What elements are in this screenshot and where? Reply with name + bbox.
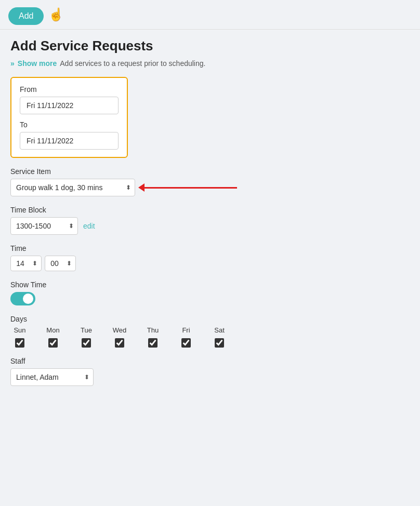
day-checkbox-sat[interactable] <box>215 338 224 348</box>
time-block-section: Time Block 1300-1500 0800-1000 1000-1200… <box>10 206 410 235</box>
from-date-input[interactable] <box>20 97 119 114</box>
red-arrow-line <box>143 187 237 189</box>
from-label: From <box>20 85 119 94</box>
service-item-select[interactable]: Group walk 1 dog, 30 mins Group walk 2 d… <box>10 179 135 196</box>
day-cell-sun <box>10 338 29 348</box>
toggle-slider <box>10 292 35 305</box>
staff-select-wrapper: Linnet, Adam Smith, John Doe, Jane <box>10 368 94 386</box>
days-section: Days Sun Mon Tue Wed Thu Fri Sat <box>10 315 410 348</box>
time-block-edit-link[interactable]: edit <box>83 222 95 230</box>
show-more-link[interactable]: Show more <box>18 59 57 68</box>
add-button[interactable]: Add <box>8 7 44 25</box>
time-section: Time 14 00010203 04050607 08091011 12131… <box>10 244 410 271</box>
day-cell-thu <box>143 338 162 348</box>
day-cell-tue <box>77 338 96 348</box>
service-item-label: Service Item <box>10 167 410 176</box>
time-block-select-wrapper: 1300-1500 0800-1000 1000-1200 1500-1700 <box>10 217 78 235</box>
day-checkbox-thu[interactable] <box>148 338 158 348</box>
time-block-row: 1300-1500 0800-1000 1000-1200 1500-1700 … <box>10 217 410 235</box>
time-label: Time <box>10 244 410 252</box>
day-label-fri: Fri <box>177 326 195 334</box>
time-block-select[interactable]: 1300-1500 0800-1000 1000-1200 1500-1700 <box>10 217 78 235</box>
staff-label: Staff <box>10 357 410 365</box>
day-cell-sat <box>210 338 229 348</box>
cursor-icon: ☝ <box>48 7 64 22</box>
time-row: 14 00010203 04050607 08091011 12131516 1… <box>10 256 410 271</box>
staff-select[interactable]: Linnet, Adam Smith, John Doe, Jane <box>10 368 94 386</box>
day-cell-wed <box>110 338 129 348</box>
minute-select[interactable]: 00 15 30 45 <box>45 256 76 271</box>
show-time-label: Show Time <box>10 281 410 289</box>
service-item-section: Service Item Group walk 1 dog, 30 mins G… <box>10 167 410 196</box>
service-item-select-wrapper: Group walk 1 dog, 30 mins Group walk 2 d… <box>10 179 135 196</box>
top-bar: Add ☝ <box>0 0 420 30</box>
day-cell-mon <box>44 338 62 348</box>
days-label: Days <box>10 315 410 323</box>
page-content: Add Service Requests » Show more Add ser… <box>0 30 420 404</box>
day-label-sun: Sun <box>10 326 29 334</box>
days-check-row <box>10 338 410 348</box>
day-checkbox-tue[interactable] <box>82 338 91 348</box>
time-block-label: Time Block <box>10 206 410 214</box>
day-label-sat: Sat <box>210 326 229 334</box>
hour-select[interactable]: 14 00010203 04050607 08091011 12131516 1… <box>10 256 42 271</box>
info-row: » Show more Add services to a request pr… <box>10 59 410 68</box>
day-label-tue: Tue <box>77 326 96 334</box>
minute-select-wrapper: 00 15 30 45 <box>45 256 76 271</box>
chevrons-icon: » <box>10 59 15 68</box>
service-item-row: Group walk 1 dog, 30 mins Group walk 2 d… <box>10 179 410 196</box>
show-time-toggle[interactable] <box>10 292 35 305</box>
day-cell-fri <box>177 338 195 348</box>
day-checkbox-mon[interactable] <box>48 338 58 348</box>
day-checkbox-wed[interactable] <box>115 338 124 348</box>
day-label-wed: Wed <box>110 326 129 334</box>
day-checkbox-fri[interactable] <box>181 338 191 348</box>
day-label-mon: Mon <box>44 326 62 334</box>
staff-section: Staff Linnet, Adam Smith, John Doe, Jane <box>10 357 410 386</box>
red-arrow-indicator <box>143 187 237 189</box>
to-date-input[interactable] <box>20 132 119 150</box>
day-checkbox-sun[interactable] <box>15 338 24 348</box>
day-label-thu: Thu <box>143 326 162 334</box>
info-text: Add services to a request prior to sched… <box>60 59 205 68</box>
date-group: From To <box>10 77 128 158</box>
show-time-section: Show Time <box>10 281 410 305</box>
page-title: Add Service Requests <box>10 38 410 54</box>
hour-select-wrapper: 14 00010203 04050607 08091011 12131516 1… <box>10 256 42 271</box>
to-label: To <box>20 121 119 129</box>
days-header-row: Sun Mon Tue Wed Thu Fri Sat <box>10 326 410 334</box>
